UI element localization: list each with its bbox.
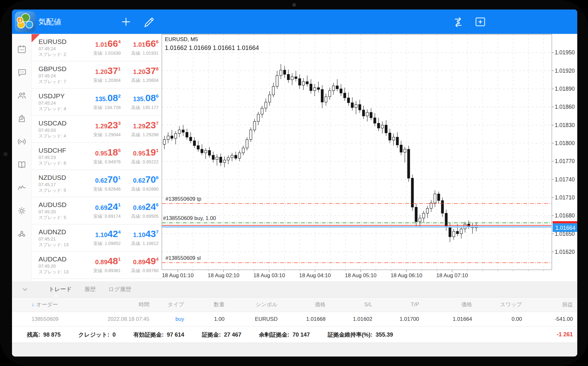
quote-row-audnzd[interactable]: AUDNZD07:45:21スプレッド: 131.10424安値: 1.0985…	[32, 224, 162, 252]
logo-4-badge: 4	[17, 17, 23, 23]
tab-log[interactable]: ログ履歴	[108, 285, 131, 293]
quote-ask-price: 1.10437	[121, 229, 159, 240]
col-header-0[interactable]: ↓オーダー	[25, 301, 77, 308]
floating-profit: -1 261	[557, 331, 573, 338]
sidebar-item-signals[interactable]	[17, 137, 27, 147]
col-header-4[interactable]: シンボル	[225, 301, 278, 308]
charts-pulse-icon	[17, 183, 27, 193]
col-header-3[interactable]: 数量	[184, 301, 225, 308]
time-axis-label: 18 Aug 03:10	[253, 272, 285, 278]
sidebar-item-charts-pulse[interactable]	[17, 183, 27, 193]
col-header-6[interactable]: S/L	[326, 302, 372, 308]
price-axis-label: 1.01710	[555, 194, 575, 201]
price-axis-label: 1.01950	[555, 49, 575, 56]
candlestick-chart: #138550609 tp#138550609 buy, 1.00#138550…	[162, 34, 577, 282]
col-header-5[interactable]: 価格	[278, 301, 326, 308]
quote-bid-block: 1.10424安値: 1.09852	[85, 229, 121, 247]
quote-row-audcad[interactable]: AUDCAD07:45:20スプレッド: 130.89481安値: 0.8938…	[32, 252, 162, 279]
quote-ask-block: 0.62706高値: 0.62880	[121, 175, 159, 192]
quote-ask-price: 0.62706	[121, 175, 159, 186]
account-value: 97 614	[167, 332, 184, 338]
quote-info: NZDUSD07:45:17スプレッド: 5	[39, 174, 85, 193]
col-header-9[interactable]: スワップ	[472, 301, 522, 308]
quote-bid-price: 0.89481	[85, 256, 121, 267]
quote-spread: スプレッド: 2	[39, 52, 85, 58]
quote-low: 安値: 134.728	[85, 105, 121, 111]
account-value: 70 147	[292, 332, 310, 338]
market-bag-icon	[17, 113, 27, 124]
quote-symbol: NZDUSD	[39, 174, 85, 181]
tp-line-label: #138550609 tp	[165, 196, 201, 202]
order-row[interactable]: 1385506092022.08.18 07:45buy1.00EURUSD1.…	[12, 312, 577, 326]
sidebar-item-community[interactable]	[17, 90, 27, 101]
time-axis-label: 18 Aug 04:10	[299, 272, 331, 278]
quote-time: 07:45:21	[39, 236, 85, 241]
chart-ohlc-label: 1.01662 1.01669 1.01661 1.01664	[165, 44, 259, 51]
sidebar-item-calendar[interactable]	[17, 44, 27, 54]
col-header-2[interactable]: タイプ	[149, 301, 184, 308]
quote-ask-price: 1.29237	[121, 120, 159, 131]
quote-bid-price: 1.29233	[85, 120, 121, 131]
currency-exchange-button[interactable]: $	[451, 15, 465, 29]
quote-high: 高値: 135.177	[121, 105, 159, 111]
quote-time: 07:45:20	[39, 209, 85, 214]
sidebar-item-news-book[interactable]	[17, 160, 27, 170]
add-symbol-button[interactable]	[119, 15, 133, 29]
col-header-1[interactable]: 時間	[77, 301, 149, 308]
quote-bid-block: 1.01664安値: 1.01630	[85, 39, 121, 56]
edit-symbols-button[interactable]	[141, 15, 155, 29]
price-axis-label: 1.01860	[555, 104, 575, 110]
col-header-10[interactable]: 損益	[522, 301, 573, 308]
col-header-7[interactable]: T/P	[372, 302, 419, 308]
sl-line-label: #138550609 sl	[165, 255, 201, 261]
quote-row-usdjpy[interactable]: USDJPY07:45:24スプレッド: 4135.082安値: 134.728…	[32, 88, 162, 116]
sidebar-item-settings-gear[interactable]	[17, 206, 27, 216]
quote-bid-price: 0.62701	[85, 175, 121, 186]
quote-row-eurusd[interactable]: EURUSD07:45:24スプレッド: 21.01664安値: 1.01630…	[32, 34, 162, 61]
quote-ask-block: 0.89494高値: 0.89760	[121, 256, 159, 274]
quote-high: 高値: 1.29288	[121, 132, 159, 138]
account-item: 証拠金維持率(%):355.39	[327, 331, 393, 339]
account-item: 有効証拠金:97 614	[133, 331, 184, 339]
quote-info: EURUSD07:45:24スプレッド: 2	[39, 38, 85, 58]
quote-row-usdcad[interactable]: USDCAD07:45:03スプレッド: 41.29233安値: 1.29044…	[32, 116, 162, 143]
quote-row-gbpusd[interactable]: GBPUSD07:45:24スプレッド: 71.20371安値: 1.20304…	[32, 61, 162, 88]
quote-symbol: GBPUSD	[39, 65, 85, 73]
quote-row-usdchf[interactable]: USDCHF07:45:23スプレッド: 60.95185安値: 0.94976…	[32, 143, 162, 170]
quote-row-nzdusd[interactable]: NZDUSD07:45:17スプレッド: 50.62701安値: 0.62646…	[32, 170, 162, 197]
order-cell-5: 1.01668	[278, 316, 326, 322]
quote-low: 安値: 0.94976	[85, 159, 121, 165]
community-icon	[17, 90, 27, 101]
account-value: 0	[112, 332, 116, 338]
quote-high: 高値: 0.89760	[121, 268, 159, 274]
sidebar-item-groups[interactable]	[17, 229, 27, 239]
new-chart-button[interactable]	[473, 15, 488, 29]
time-axis-label: 18 Aug 01:10	[162, 272, 194, 278]
quote-ask-block: 1.10437高値: 1.10612	[121, 229, 159, 247]
price-axis-label: 1.01830	[555, 122, 575, 128]
account-item: 余剰証拠金:70 147	[259, 331, 310, 339]
tab-trade[interactable]: トレード	[49, 285, 72, 293]
quote-info: AUDNZD07:45:21スプレッド: 13	[39, 228, 85, 248]
sidebar-item-chat[interactable]	[17, 67, 27, 77]
quote-bid-price: 1.01664	[85, 39, 121, 50]
quote-spread: スプレッド: 4	[39, 133, 85, 139]
quote-low: 安値: 0.89381	[85, 268, 121, 274]
sidebar-item-market-bag[interactable]	[17, 113, 27, 124]
time-axis-label: 18 Aug 06:10	[391, 272, 422, 278]
price-axis-label: 1.01800	[555, 140, 575, 146]
col-header-8[interactable]: 価格	[419, 301, 472, 308]
quote-time: 07:45:17	[39, 182, 85, 187]
quote-bid-block: 0.69241安値: 0.69174	[85, 202, 121, 219]
quote-bid-block: 0.62701安値: 0.62646	[85, 175, 121, 192]
chart-area[interactable]: #138550609 tp#138550609 buy, 1.00#138550…	[162, 34, 577, 282]
quote-row-audusd[interactable]: AUDUSD07:45:20スプレッド: 50.69241安値: 0.69174…	[32, 197, 162, 224]
bottom-panel: トレード 履歴 ログ履歴 ↓オーダー時間タイプ数量シンボル価格S/LT/P価格ス…	[12, 281, 577, 357]
currency-exchange-icon: $	[452, 15, 465, 28]
chevron-down-icon[interactable]	[20, 284, 30, 294]
price-axis-label: 1.01680	[555, 212, 575, 219]
tab-history[interactable]: 履歴	[84, 285, 96, 293]
quote-bid-price: 1.20371	[85, 66, 121, 77]
mt4-logo[interactable]: 4	[15, 11, 36, 32]
quote-bid-price: 135.082	[85, 93, 121, 104]
